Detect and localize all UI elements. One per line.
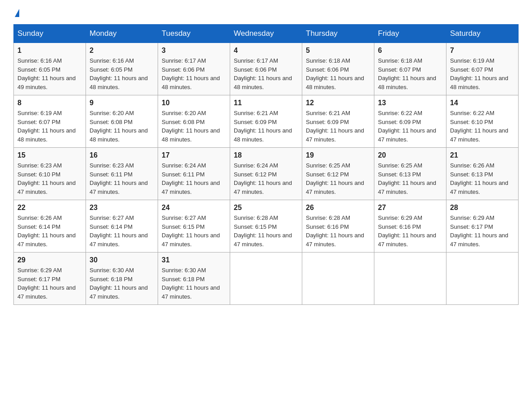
calendar-cell: 18Sunrise: 6:24 AMSunset: 6:12 PMDayligh… bbox=[230, 148, 302, 200]
calendar-cell bbox=[302, 253, 374, 305]
calendar-cell: 15Sunrise: 6:23 AMSunset: 6:10 PMDayligh… bbox=[14, 148, 86, 200]
day-info: Sunrise: 6:22 AMSunset: 6:10 PMDaylight:… bbox=[450, 109, 515, 144]
day-info: Sunrise: 6:23 AMSunset: 6:11 PMDaylight:… bbox=[90, 161, 154, 196]
calendar-cell: 17Sunrise: 6:24 AMSunset: 6:11 PMDayligh… bbox=[158, 148, 230, 200]
day-number: 29 bbox=[17, 256, 82, 264]
day-info: Sunrise: 6:26 AMSunset: 6:14 PMDaylight:… bbox=[17, 214, 82, 248]
day-number: 21 bbox=[450, 151, 515, 159]
day-number: 16 bbox=[90, 151, 154, 159]
calendar-cell: 28Sunrise: 6:29 AMSunset: 6:17 PMDayligh… bbox=[446, 200, 519, 253]
day-number: 22 bbox=[17, 204, 82, 212]
weekday-header-tuesday: Tuesday bbox=[158, 25, 230, 43]
day-info: Sunrise: 6:27 AMSunset: 6:15 PMDaylight:… bbox=[162, 214, 226, 248]
calendar-cell: 12Sunrise: 6:21 AMSunset: 6:09 PMDayligh… bbox=[302, 95, 374, 148]
page-header bbox=[13, 9, 519, 17]
day-info: Sunrise: 6:24 AMSunset: 6:12 PMDaylight:… bbox=[234, 161, 298, 196]
day-number: 24 bbox=[162, 204, 226, 212]
day-number: 31 bbox=[162, 256, 226, 264]
day-number: 6 bbox=[378, 47, 442, 55]
calendar-cell: 22Sunrise: 6:26 AMSunset: 6:14 PMDayligh… bbox=[14, 200, 86, 253]
calendar-cell: 11Sunrise: 6:21 AMSunset: 6:09 PMDayligh… bbox=[230, 95, 302, 148]
calendar-cell: 20Sunrise: 6:25 AMSunset: 6:13 PMDayligh… bbox=[374, 148, 446, 200]
day-info: Sunrise: 6:16 AMSunset: 6:05 PMDaylight:… bbox=[17, 56, 82, 91]
week-row-2: 8Sunrise: 6:19 AMSunset: 6:07 PMDaylight… bbox=[14, 95, 519, 148]
calendar-cell: 23Sunrise: 6:27 AMSunset: 6:14 PMDayligh… bbox=[86, 200, 158, 253]
week-row-3: 15Sunrise: 6:23 AMSunset: 6:10 PMDayligh… bbox=[14, 148, 519, 200]
day-number: 15 bbox=[17, 151, 82, 159]
day-info: Sunrise: 6:29 AMSunset: 6:16 PMDaylight:… bbox=[378, 214, 442, 248]
calendar-cell: 19Sunrise: 6:25 AMSunset: 6:12 PMDayligh… bbox=[302, 148, 374, 200]
calendar-cell: 8Sunrise: 6:19 AMSunset: 6:07 PMDaylight… bbox=[14, 95, 86, 148]
calendar-cell bbox=[374, 253, 446, 305]
day-info: Sunrise: 6:18 AMSunset: 6:06 PMDaylight:… bbox=[306, 56, 370, 91]
calendar-cell: 7Sunrise: 6:19 AMSunset: 6:07 PMDaylight… bbox=[446, 43, 519, 95]
day-info: Sunrise: 6:29 AMSunset: 6:17 PMDaylight:… bbox=[17, 266, 82, 301]
day-info: Sunrise: 6:20 AMSunset: 6:08 PMDaylight:… bbox=[162, 109, 226, 144]
weekday-header-friday: Friday bbox=[374, 25, 446, 43]
day-info: Sunrise: 6:17 AMSunset: 6:06 PMDaylight:… bbox=[162, 56, 226, 91]
calendar-cell: 10Sunrise: 6:20 AMSunset: 6:08 PMDayligh… bbox=[158, 95, 230, 148]
weekday-header-monday: Monday bbox=[86, 25, 158, 43]
weekday-header-thursday: Thursday bbox=[302, 25, 374, 43]
day-number: 8 bbox=[17, 99, 82, 107]
day-info: Sunrise: 6:23 AMSunset: 6:10 PMDaylight:… bbox=[17, 161, 82, 196]
day-number: 5 bbox=[306, 47, 370, 55]
calendar-cell: 21Sunrise: 6:26 AMSunset: 6:13 PMDayligh… bbox=[446, 148, 519, 200]
day-info: Sunrise: 6:21 AMSunset: 6:09 PMDaylight:… bbox=[306, 109, 370, 144]
calendar-cell: 3Sunrise: 6:17 AMSunset: 6:06 PMDaylight… bbox=[158, 43, 230, 95]
week-row-1: 1Sunrise: 6:16 AMSunset: 6:05 PMDaylight… bbox=[14, 43, 519, 95]
logo-triangle-icon bbox=[15, 9, 19, 17]
weekday-header-saturday: Saturday bbox=[446, 25, 519, 43]
calendar-cell bbox=[446, 253, 519, 305]
calendar-cell: 14Sunrise: 6:22 AMSunset: 6:10 PMDayligh… bbox=[446, 95, 519, 148]
day-number: 25 bbox=[234, 204, 298, 212]
day-number: 3 bbox=[162, 47, 226, 55]
day-number: 9 bbox=[90, 99, 154, 107]
weekday-header-sunday: Sunday bbox=[14, 25, 86, 43]
day-number: 11 bbox=[234, 99, 298, 107]
calendar-cell: 5Sunrise: 6:18 AMSunset: 6:06 PMDaylight… bbox=[302, 43, 374, 95]
day-number: 30 bbox=[90, 256, 154, 264]
day-number: 14 bbox=[450, 99, 515, 107]
day-info: Sunrise: 6:30 AMSunset: 6:18 PMDaylight:… bbox=[162, 266, 226, 301]
day-number: 19 bbox=[306, 151, 370, 159]
day-number: 17 bbox=[162, 151, 226, 159]
day-number: 12 bbox=[306, 99, 370, 107]
day-info: Sunrise: 6:28 AMSunset: 6:15 PMDaylight:… bbox=[234, 214, 298, 248]
calendar-cell: 31Sunrise: 6:30 AMSunset: 6:18 PMDayligh… bbox=[158, 253, 230, 305]
day-info: Sunrise: 6:29 AMSunset: 6:17 PMDaylight:… bbox=[450, 214, 515, 248]
day-number: 2 bbox=[90, 47, 154, 55]
day-info: Sunrise: 6:28 AMSunset: 6:16 PMDaylight:… bbox=[306, 214, 370, 248]
day-number: 23 bbox=[90, 204, 154, 212]
calendar-cell: 2Sunrise: 6:16 AMSunset: 6:05 PMDaylight… bbox=[86, 43, 158, 95]
day-info: Sunrise: 6:16 AMSunset: 6:05 PMDaylight:… bbox=[90, 56, 154, 91]
calendar-table: SundayMondayTuesdayWednesdayThursdayFrid… bbox=[13, 24, 519, 305]
day-number: 28 bbox=[450, 204, 515, 212]
calendar-cell: 27Sunrise: 6:29 AMSunset: 6:16 PMDayligh… bbox=[374, 200, 446, 253]
calendar-cell: 29Sunrise: 6:29 AMSunset: 6:17 PMDayligh… bbox=[14, 253, 86, 305]
day-info: Sunrise: 6:25 AMSunset: 6:12 PMDaylight:… bbox=[306, 161, 370, 196]
day-info: Sunrise: 6:18 AMSunset: 6:07 PMDaylight:… bbox=[378, 56, 442, 91]
calendar-cell: 6Sunrise: 6:18 AMSunset: 6:07 PMDaylight… bbox=[374, 43, 446, 95]
day-number: 4 bbox=[234, 47, 298, 55]
calendar-cell: 26Sunrise: 6:28 AMSunset: 6:16 PMDayligh… bbox=[302, 200, 374, 253]
calendar-cell: 30Sunrise: 6:30 AMSunset: 6:18 PMDayligh… bbox=[86, 253, 158, 305]
calendar-cell: 4Sunrise: 6:17 AMSunset: 6:06 PMDaylight… bbox=[230, 43, 302, 95]
weekday-header-row: SundayMondayTuesdayWednesdayThursdayFrid… bbox=[14, 25, 519, 43]
day-info: Sunrise: 6:30 AMSunset: 6:18 PMDaylight:… bbox=[90, 266, 154, 301]
day-number: 7 bbox=[450, 47, 515, 55]
weekday-header-wednesday: Wednesday bbox=[230, 25, 302, 43]
calendar-cell: 25Sunrise: 6:28 AMSunset: 6:15 PMDayligh… bbox=[230, 200, 302, 253]
day-info: Sunrise: 6:17 AMSunset: 6:06 PMDaylight:… bbox=[234, 56, 298, 91]
day-info: Sunrise: 6:20 AMSunset: 6:08 PMDaylight:… bbox=[90, 109, 154, 144]
day-info: Sunrise: 6:27 AMSunset: 6:14 PMDaylight:… bbox=[90, 214, 154, 248]
logo bbox=[13, 9, 19, 17]
day-number: 20 bbox=[378, 151, 442, 159]
week-row-4: 22Sunrise: 6:26 AMSunset: 6:14 PMDayligh… bbox=[14, 200, 519, 253]
calendar-cell: 16Sunrise: 6:23 AMSunset: 6:11 PMDayligh… bbox=[86, 148, 158, 200]
day-number: 13 bbox=[378, 99, 442, 107]
day-info: Sunrise: 6:21 AMSunset: 6:09 PMDaylight:… bbox=[234, 109, 298, 144]
week-row-5: 29Sunrise: 6:29 AMSunset: 6:17 PMDayligh… bbox=[14, 253, 519, 305]
day-info: Sunrise: 6:22 AMSunset: 6:09 PMDaylight:… bbox=[378, 109, 442, 144]
day-number: 26 bbox=[306, 204, 370, 212]
